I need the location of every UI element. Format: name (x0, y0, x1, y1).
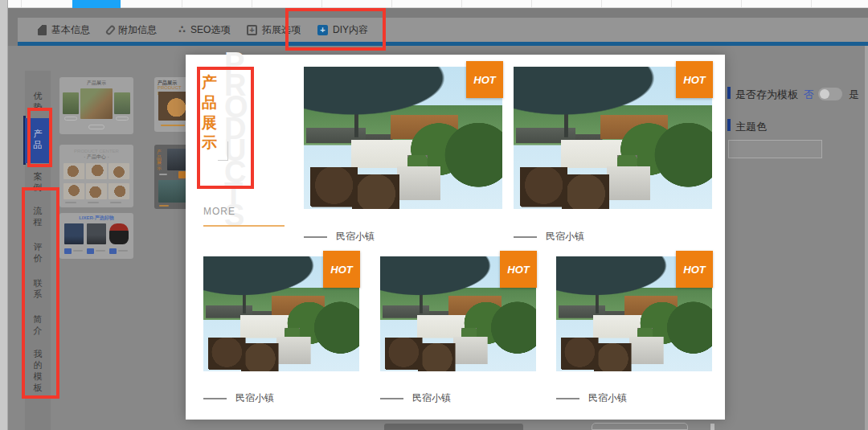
plus-square-filled-icon: + (317, 25, 328, 35)
product-card[interactable]: HOT 民宿小镇 (380, 256, 536, 399)
top-active-tab[interactable] (72, 0, 121, 8)
template-card-title: 产品展示 (59, 80, 133, 87)
more-underline (203, 225, 285, 227)
thumb-caption-line (159, 174, 167, 175)
template-card-title: PRODUCT CENTER (59, 148, 133, 154)
thumb-image (167, 149, 186, 170)
sidebar-item-advantages[interactable]: 优势 (25, 90, 51, 113)
thumb-caption-line (65, 202, 76, 203)
product-card[interactable]: HOT 民宿小镇 (514, 67, 712, 247)
thumb-image (87, 223, 106, 244)
sidebar-item-contact[interactable]: 联系 (25, 277, 51, 300)
watermark-text: PRODUCTS (224, 53, 250, 227)
scrollbar-track[interactable] (865, 46, 868, 430)
thumb-image (64, 223, 84, 244)
tab-basic-info[interactable]: 基本信息 (38, 18, 90, 42)
caption-dash (203, 398, 227, 399)
form-tab-bar: 基本信息 附加信息 ∴ SEO选项 + 拓展选项 + DIY内容 (18, 18, 868, 42)
template-card-title: LIXER·严选好物 (59, 215, 133, 222)
caption-dash (556, 398, 579, 399)
sidebar-item-products[interactable]: 产品 (25, 128, 51, 150)
tab-label: SEO选项 (190, 23, 230, 37)
tab-label: 拓展选项 (262, 23, 301, 37)
thumb-image (63, 183, 84, 199)
thumb-image (114, 92, 130, 114)
bottom-button-partial[interactable] (384, 424, 523, 430)
window-left-edge (0, 0, 8, 430)
product-card[interactable]: HOT 民宿小镇 (556, 256, 712, 399)
thumb-underline (161, 125, 185, 126)
thumb-image (63, 92, 79, 114)
tab-label: 附加信息 (118, 23, 157, 37)
product-card[interactable]: HOT 民宿小镇 (203, 256, 359, 399)
thumb-button (116, 117, 129, 121)
thumb-caption-line (118, 250, 128, 252)
thumb-accent-square (178, 171, 186, 178)
product-caption: 民宿小镇 (203, 391, 274, 405)
thumb-caption-line (110, 202, 121, 203)
screen: 基本信息 附加信息 ∴ SEO选项 + 拓展选项 + DIY内容 优势 产品 案… (0, 0, 868, 430)
caption-dash (380, 398, 403, 399)
more-link[interactable]: MORE (203, 206, 235, 217)
bottom-pill-button-partial[interactable] (592, 423, 688, 430)
paperclip-icon (105, 24, 117, 35)
theme-color-label: 主题色 (735, 120, 767, 134)
save-template-toggle[interactable] (818, 88, 842, 100)
toggle-on-label[interactable]: 是 (849, 88, 859, 102)
thumb-image (86, 163, 107, 179)
sidebar-item-reviews[interactable]: 评价 (25, 241, 51, 264)
theme-color-input[interactable] (728, 140, 822, 158)
section-marker (727, 119, 731, 131)
thumb-caption-line (159, 205, 169, 207)
tab-label: DIY内容 (333, 23, 368, 37)
hot-badge: HOT (323, 251, 360, 288)
tab-underline-bar (18, 42, 868, 46)
hot-badge: HOT (676, 251, 713, 288)
top-menu-strip (8, 0, 868, 8)
thumb-image (86, 183, 107, 199)
thumb-caption-line (88, 202, 99, 203)
thumb-button (64, 117, 77, 121)
template-card-product-show[interactable]: 产品展示 (59, 77, 133, 134)
thumb-price-tag (87, 248, 94, 254)
product-card[interactable]: HOT 民宿小镇 (304, 67, 502, 247)
sidebar-item-my-templates[interactable]: 我的模板 (25, 348, 51, 393)
tab-diy-content[interactable]: + DIY内容 (317, 18, 368, 42)
tab-expand-options[interactable]: + 拓展选项 (247, 18, 301, 42)
template-card-lixer[interactable]: LIXER·严选好物 (59, 213, 133, 259)
sidebar-item-process[interactable]: 流程 (25, 205, 51, 227)
document-icon (38, 25, 47, 35)
toggle-off-label[interactable]: 否 (804, 88, 814, 102)
tab-extra-info[interactable]: 附加信息 (108, 18, 157, 42)
template-card-subtitle: · 产品中心 · (59, 154, 133, 161)
thumb-caption-line (96, 250, 105, 252)
thumb-caption-line (73, 250, 83, 252)
thumb-image (80, 88, 113, 119)
hot-badge: HOT (466, 61, 503, 98)
thumb-price-tag (64, 248, 72, 254)
thumb-image (63, 163, 84, 179)
product-caption: 民宿小镇 (380, 391, 451, 405)
sidebar-item-cases[interactable]: 案例 (25, 170, 51, 193)
hot-badge: HOT (676, 61, 713, 98)
thumb-image (108, 183, 129, 199)
tab-seo-options[interactable]: ∴ SEO选项 (178, 18, 230, 42)
diy-preview-modal: PRODUCTS 产品展示 MORE HOT 民宿小镇 HOT 民宿小镇 HOT (186, 55, 725, 420)
sidebar-item-intro[interactable]: 简介 (25, 313, 51, 336)
product-caption: 民宿小镇 (304, 230, 375, 244)
product-caption: 民宿小镇 (556, 391, 627, 405)
bottom-edge-mark (710, 424, 714, 430)
thumb-image (108, 163, 129, 179)
toggle-knob (820, 89, 829, 99)
template-card-product-center[interactable]: PRODUCT CENTER · 产品中心 · (59, 145, 133, 207)
modal-title-vertical: 产品展示 (202, 72, 221, 153)
thumb-button (88, 125, 104, 129)
thumb-price-tag (109, 248, 117, 254)
caption-dash (304, 236, 327, 238)
caption-dash (514, 236, 537, 238)
template-card-title-vertical: 产品展示 (157, 149, 162, 170)
tab-label: 基本信息 (51, 23, 90, 37)
thumb-image (109, 223, 129, 244)
save-as-template-label: 是否存为模板 (735, 88, 798, 102)
hot-badge: HOT (500, 251, 537, 288)
